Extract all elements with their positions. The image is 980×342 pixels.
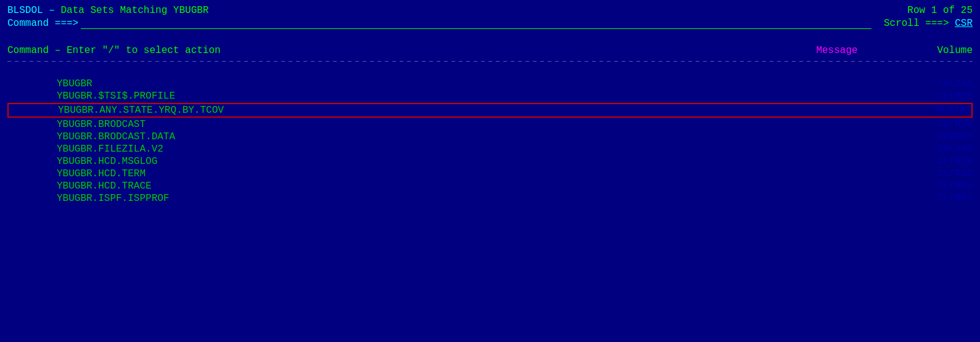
table-row[interactable]: YBUGBR.ANY.STATE.YRQ.BY.TCOVBLSTR1 (7, 103, 973, 118)
command-label: Command ===> (7, 18, 78, 29)
row-label: Row (907, 5, 925, 16)
volume-column-header: Volume (899, 45, 973, 56)
dataset-name: YBUGBR.HCD.MSGLOG (7, 156, 899, 167)
table-row[interactable]: YBUGBR.HCD.MSGLOGCLTRES (7, 155, 973, 168)
data-rows-container: YBUGBR*ALIASYBUGBR.$TSI$.PROFILECLTRESYB… (7, 78, 973, 205)
command-input-area (78, 17, 871, 29)
table-row[interactable]: YBUGBR.BRODCASTCLTRES (7, 118, 973, 131)
dataset-volume: CLTRES (899, 193, 973, 204)
dataset-volume: CLTRES (899, 168, 973, 179)
dataset-volume: CLTRES (899, 156, 973, 167)
dataset-name: YBUGBR.BRODCAST (7, 119, 899, 130)
dataset-volume: CLTRES (899, 181, 973, 192)
command-column-header: Command – Enter "/" to select action (7, 45, 775, 56)
dataset-name: YBUGBR.ANY.STATE.YRQ.BY.TCOV (9, 105, 897, 116)
dataset-volume: BLSTR1 (897, 105, 971, 116)
column-headers: Command – Enter "/" to select action Mes… (7, 43, 973, 59)
dataset-volume: *ALIAS (899, 78, 973, 89)
dataset-name: YBUGBR.HCD.TRACE (7, 181, 899, 192)
dataset-name: YBUGBR.$TSI$.PROFILE (7, 91, 899, 102)
spacer2 (7, 64, 973, 78)
row-number: 1 (931, 5, 937, 16)
row-of-label: of (943, 5, 955, 16)
dataset-name: YBUGBR.BRODCAST.DATA (7, 131, 899, 142)
scroll-label: Scroll ===> (884, 18, 949, 29)
title-area: BLSDOL – Data Sets Matching YBUGBR (7, 5, 208, 16)
table-row[interactable]: YBUGBR.ISPF.ISPPROFCLTRES (7, 192, 973, 205)
message-column-header: Message (775, 45, 899, 56)
spacer (7, 29, 973, 43)
command-row: Command ===> Scroll ===> CSR (7, 17, 973, 29)
dataset-name: YBUGBR.ISPF.ISPPROF (7, 193, 899, 204)
dataset-volume: SMC909 (899, 144, 973, 155)
table-row[interactable]: YBUGBR*ALIAS (7, 78, 973, 90)
header-section: BLSDOL – Data Sets Matching YBUGBR Row 1… (7, 5, 973, 16)
separator (7, 61, 973, 62)
app-title: BLSDOL (7, 5, 43, 16)
table-row[interactable]: YBUGBR.$TSI$.PROFILECLTRES (7, 90, 973, 102)
dataset-volume: CLTRES (899, 91, 973, 102)
command-input[interactable] (81, 17, 871, 29)
table-row[interactable]: YBUGBR.HCD.TRACECLTRES (7, 180, 973, 192)
scroll-section: Scroll ===> CSR (884, 18, 973, 29)
dataset-volume: CLTRES (899, 119, 973, 130)
dataset-name: YBUGBR.FILEZILA.V2 (7, 144, 899, 155)
dataset-name: YBUGBR.HCD.TERM (7, 168, 899, 179)
row-info: Row 1 of 25 (907, 5, 973, 16)
table-row[interactable]: YBUGBR.FILEZILA.V2SMC909 (7, 143, 973, 155)
table-row[interactable]: YBUGBR.BRODCAST.DATAXPORES (7, 131, 973, 143)
row-total: 25 (961, 5, 973, 16)
dataset-volume: XPORES (899, 131, 973, 142)
scroll-value[interactable]: CSR (955, 18, 973, 29)
dataset-name: YBUGBR (7, 78, 899, 89)
table-row[interactable]: YBUGBR.HCD.TERMCLTRES (7, 168, 973, 180)
title-description: Data Sets Matching YBUGBR (60, 5, 208, 16)
